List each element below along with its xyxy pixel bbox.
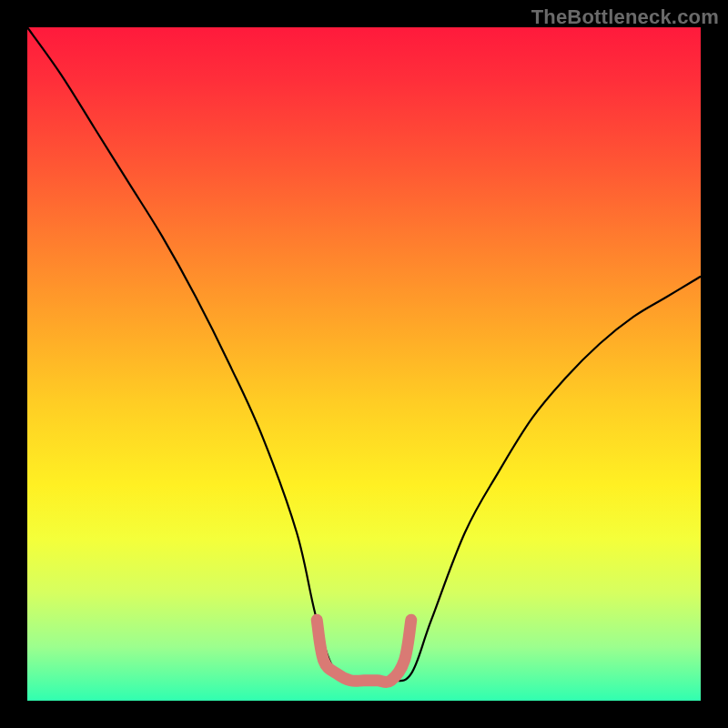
plot-area (27, 27, 701, 701)
optimal-band (317, 620, 411, 682)
chart-frame: TheBottleneck.com (0, 0, 728, 728)
chart-svg (27, 27, 701, 701)
watermark-text: TheBottleneck.com (531, 5, 719, 29)
bottleneck-curve (27, 27, 701, 682)
